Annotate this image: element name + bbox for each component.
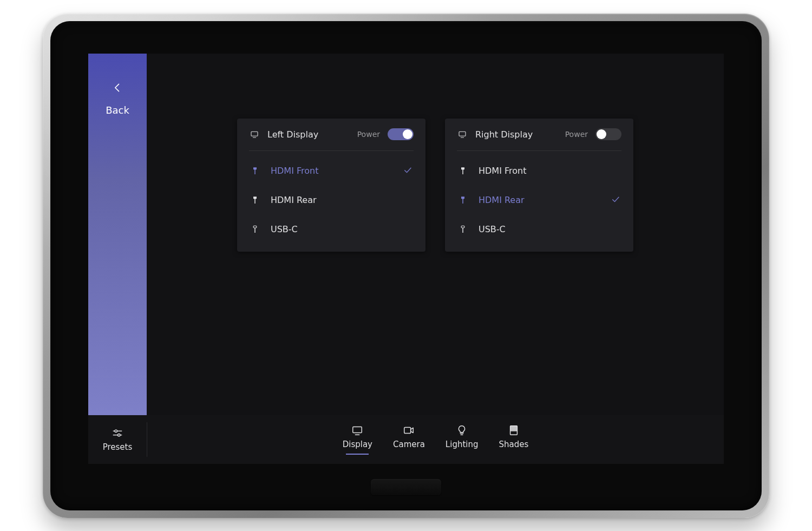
power-toggle-left[interactable]: [388, 128, 414, 140]
source-row-usb-c[interactable]: USB-C: [457, 215, 621, 244]
source-row-hdmi-rear[interactable]: HDMI Rear: [249, 186, 414, 215]
tabs: Display Camera Lighting: [147, 415, 724, 464]
back-button[interactable]: Back: [106, 78, 129, 116]
tab-label: Camera: [393, 440, 425, 449]
presets-label: Presets: [103, 442, 133, 452]
hdmi-icon: [249, 194, 261, 206]
power-label: Power: [357, 130, 380, 139]
home-indicator: [371, 479, 441, 495]
tab-shades[interactable]: Shades: [496, 422, 532, 457]
card-title: Left Display: [267, 129, 318, 140]
source-label: USB-C: [479, 224, 601, 234]
tab-display[interactable]: Display: [339, 422, 376, 457]
tab-label: Display: [343, 440, 372, 449]
chevron-left-icon: [112, 78, 123, 97]
hdmi-icon: [457, 165, 469, 177]
source-row-hdmi-front[interactable]: HDMI Front: [457, 156, 621, 186]
monitor-icon: [457, 130, 468, 139]
back-button-label: Back: [106, 104, 129, 116]
power-label: Power: [565, 130, 588, 139]
card-header: Left Display Power: [249, 119, 414, 151]
device-frame: Back Left Display Pow: [43, 14, 769, 518]
card-body: HDMI Front HDMI Rear: [249, 151, 414, 252]
device-bezel: Back Left Display Pow: [50, 21, 762, 510]
hdmi-icon: [457, 194, 469, 206]
source-label: HDMI Rear: [271, 195, 393, 205]
monitor-icon: [249, 130, 260, 139]
usb-c-icon: [457, 224, 469, 235]
tab-bar: Presets Display Camera: [88, 415, 724, 464]
camera-icon: [402, 424, 416, 436]
source-row-usb-c[interactable]: USB-C: [249, 215, 414, 244]
display-card-left: Left Display Power HDMI Front: [237, 119, 425, 252]
sliders-icon: [110, 427, 125, 439]
source-row-hdmi-rear[interactable]: HDMI Rear: [457, 186, 621, 215]
power-toggle-right[interactable]: [595, 128, 621, 140]
card-header: Right Display Power: [457, 119, 621, 151]
content-area: Left Display Power HDMI Front: [147, 54, 724, 464]
presets-button[interactable]: Presets: [88, 415, 147, 464]
tab-label: Shades: [499, 440, 529, 449]
check-icon: [403, 165, 414, 177]
source-label: HDMI Front: [479, 166, 601, 176]
bulb-icon: [455, 424, 469, 436]
sidebar: Back: [88, 54, 147, 415]
active-underline: [346, 454, 369, 455]
tab-label: Lighting: [446, 440, 479, 449]
display-cards: Left Display Power HDMI Front: [147, 119, 724, 252]
display-card-right: Right Display Power HDMI Front: [445, 119, 633, 252]
source-label: USB-C: [271, 224, 393, 234]
screen: Back Left Display Pow: [88, 54, 724, 464]
tab-lighting[interactable]: Lighting: [442, 422, 482, 457]
source-row-hdmi-front[interactable]: HDMI Front: [249, 156, 414, 186]
check-icon: [611, 194, 621, 206]
monitor-icon: [350, 424, 364, 436]
usb-c-icon: [249, 224, 261, 235]
source-label: HDMI Rear: [479, 195, 601, 205]
card-body: HDMI Front HDMI Rear: [457, 151, 621, 252]
shades-icon: [507, 424, 521, 436]
card-title: Right Display: [475, 129, 533, 140]
hdmi-icon: [249, 165, 261, 177]
source-label: HDMI Front: [271, 166, 393, 176]
tab-camera[interactable]: Camera: [390, 422, 428, 457]
